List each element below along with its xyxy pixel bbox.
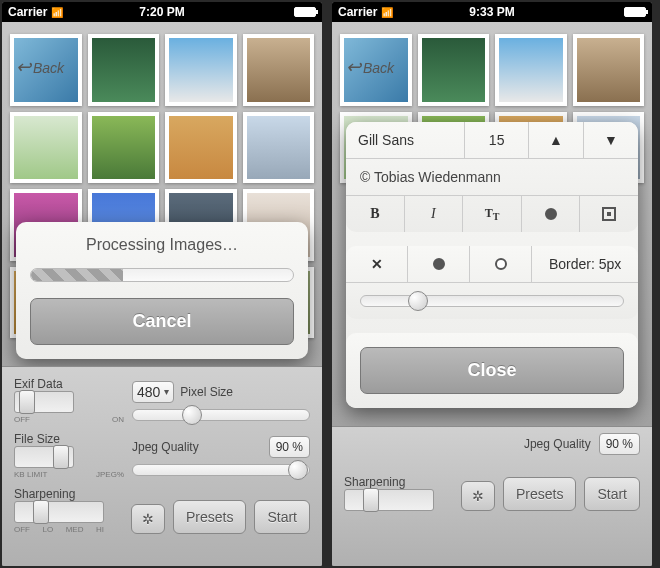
text-case-icon: TT bbox=[485, 206, 500, 222]
back-button[interactable]: Back bbox=[16, 56, 64, 78]
thumbnail[interactable] bbox=[573, 34, 645, 106]
modal-title: Processing Images… bbox=[30, 236, 294, 254]
jpeg-label: Jpeg Quality bbox=[524, 437, 591, 451]
filesize-toggle[interactable] bbox=[14, 446, 74, 468]
text-bg-button[interactable] bbox=[580, 196, 638, 232]
text-color-button[interactable] bbox=[522, 196, 581, 232]
inset-square-icon bbox=[602, 207, 616, 221]
jpeg-value[interactable]: 90 % bbox=[269, 436, 310, 458]
wifi-icon bbox=[381, 5, 393, 19]
progress-bar bbox=[30, 268, 294, 282]
pixel-slider[interactable] bbox=[132, 409, 310, 421]
sharpen-label: Sharpening bbox=[344, 475, 453, 489]
status-bar: Carrier 9:33 PM bbox=[332, 2, 652, 22]
status-bar: Carrier 7:20 PM bbox=[2, 2, 322, 22]
gear-icon: ✲ bbox=[472, 488, 484, 504]
settings-button[interactable]: ✲ bbox=[461, 481, 495, 511]
border-solid-button[interactable] bbox=[408, 246, 470, 282]
phone-right: Carrier 9:33 PM Back Gill Sans 15 bbox=[332, 2, 652, 566]
font-name-field[interactable]: Gill Sans bbox=[346, 122, 465, 158]
font-size-field[interactable]: 15 bbox=[465, 122, 529, 158]
exif-label: Exif Data bbox=[14, 377, 124, 391]
border-none-button[interactable] bbox=[346, 246, 408, 282]
sharpen-slider[interactable] bbox=[14, 501, 104, 523]
phone-left: Carrier 7:20 PM Back Process bbox=[2, 2, 322, 566]
pixel-size-stepper[interactable]: 480 ▾ bbox=[132, 381, 174, 403]
border-slider[interactable] bbox=[360, 295, 624, 307]
text-case-button[interactable]: TT bbox=[463, 196, 522, 232]
exif-toggle[interactable] bbox=[14, 391, 74, 413]
processing-modal: Processing Images… Cancel bbox=[16, 222, 308, 359]
triangle-up-icon bbox=[549, 132, 563, 148]
border-outline-button[interactable] bbox=[470, 246, 532, 282]
sharpen-slider[interactable] bbox=[344, 489, 434, 511]
italic-button[interactable]: I bbox=[405, 196, 464, 232]
filled-circle-icon bbox=[545, 208, 557, 220]
back-button[interactable]: Back bbox=[346, 56, 394, 78]
cancel-button[interactable]: Cancel bbox=[30, 298, 294, 345]
border-size-label: Border: 5px bbox=[532, 246, 638, 282]
presets-button[interactable]: Presets bbox=[503, 477, 576, 511]
thumbnail[interactable] bbox=[495, 34, 567, 106]
triangle-down-icon bbox=[604, 132, 618, 148]
font-size-down[interactable] bbox=[584, 122, 638, 158]
close-button[interactable]: Close bbox=[360, 347, 624, 394]
sharpen-label: Sharpening bbox=[14, 487, 123, 501]
start-button[interactable]: Start bbox=[254, 500, 310, 534]
wifi-icon bbox=[51, 5, 63, 19]
status-time: 9:33 PM bbox=[441, 5, 544, 19]
jpeg-slider[interactable] bbox=[132, 464, 310, 476]
start-button[interactable]: Start bbox=[584, 477, 640, 511]
settings-button[interactable]: ✲ bbox=[131, 504, 165, 534]
settings-panel: Jpeg Quality 90 % Sharpening ✲ Presets S… bbox=[332, 426, 652, 566]
carrier-label: Carrier bbox=[338, 5, 377, 19]
outline-circle-icon bbox=[495, 258, 507, 270]
jpeg-label: Jpeg Quality bbox=[132, 440, 199, 454]
credit-text-field[interactable]: © Tobias Wiedenmann bbox=[346, 159, 638, 195]
x-icon bbox=[371, 256, 383, 272]
status-time: 7:20 PM bbox=[111, 5, 214, 19]
battery-icon bbox=[624, 7, 646, 17]
thumbnail[interactable] bbox=[418, 34, 490, 106]
text-style-panel: Gill Sans 15 © Tobias Wiedenmann B I TT bbox=[346, 122, 638, 408]
jpeg-value[interactable]: 90 % bbox=[599, 433, 640, 455]
carrier-label: Carrier bbox=[8, 5, 47, 19]
pixel-label: Pixel Size bbox=[180, 385, 233, 399]
presets-button[interactable]: Presets bbox=[173, 500, 246, 534]
gear-icon: ✲ bbox=[142, 511, 154, 527]
filesize-label: File Size bbox=[14, 432, 124, 446]
bold-button[interactable]: B bbox=[346, 196, 405, 232]
settings-panel: Exif Data OFFON 480 ▾ Pixel Size File Si… bbox=[2, 366, 322, 566]
font-size-up[interactable] bbox=[529, 122, 584, 158]
filled-circle-icon bbox=[433, 258, 445, 270]
battery-icon bbox=[294, 7, 316, 17]
